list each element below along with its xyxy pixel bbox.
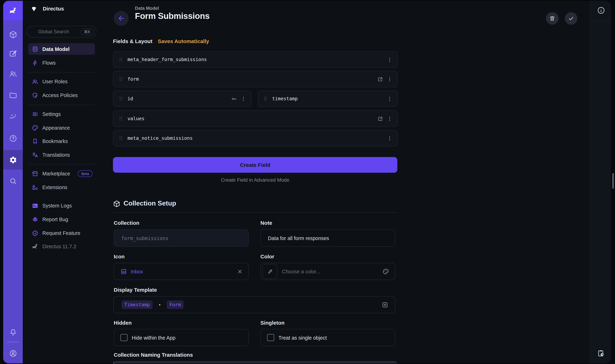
module-search[interactable] <box>3 171 23 190</box>
translate-icon <box>32 151 38 158</box>
sidebar-item-label: Data Model <box>42 46 69 52</box>
shapes-icon <box>32 184 38 190</box>
module-content[interactable] <box>3 25 23 44</box>
module-logo[interactable] <box>3 1 23 20</box>
palette-icon[interactable] <box>382 268 389 275</box>
window-scrollbar-thumb[interactable] <box>612 173 614 189</box>
kebab-menu-icon[interactable] <box>387 57 392 63</box>
help-circle-icon <box>9 134 17 142</box>
sidebar-item-label: Appearance <box>42 125 70 130</box>
template-chip[interactable]: Form <box>167 300 183 309</box>
eyedropper-icon <box>267 268 273 274</box>
sidebar-item-marketplace[interactable]: Marketplace Beta <box>28 168 95 179</box>
drag-handle-icon[interactable] <box>263 96 268 102</box>
project-header[interactable]: Directus <box>31 6 64 12</box>
info-sidebar-button[interactable] <box>597 6 605 14</box>
sidebar-item-system-logs[interactable]: System Logs <box>28 200 95 211</box>
right-sidebar <box>590 1 611 363</box>
sidebar-item-request-feature[interactable]: Request Feature <box>28 227 95 239</box>
rabbit-icon <box>32 243 38 249</box>
add-box-icon[interactable] <box>382 301 388 308</box>
collection-label: Collection <box>114 220 140 226</box>
project-name: Directus <box>43 6 64 12</box>
bell-icon <box>9 328 17 336</box>
open-in-new-icon[interactable] <box>377 116 383 122</box>
module-editor[interactable] <box>3 44 23 63</box>
module-help[interactable] <box>3 129 23 148</box>
create-field-button[interactable]: Create Field <box>113 157 397 173</box>
gem-icon <box>31 6 37 12</box>
module-insights[interactable] <box>3 107 23 126</box>
field-row[interactable]: form <box>113 71 398 87</box>
field-row[interactable]: id <box>113 91 251 107</box>
collection-input[interactable]: form_submissions <box>114 230 249 247</box>
note-input[interactable]: Data for all form responses <box>260 230 395 247</box>
sidebar-item-label: Flows <box>42 60 56 65</box>
arrow-left-icon <box>117 14 125 22</box>
kebab-menu-icon[interactable] <box>240 96 246 102</box>
create-field-advanced-link[interactable]: Create Field in Advanced Mode <box>113 177 397 183</box>
kebab-menu-icon[interactable] <box>387 76 392 82</box>
field-row[interactable]: meta_notice_submissions <box>113 130 398 146</box>
field-row[interactable]: meta_header_form_submissions <box>113 51 398 68</box>
breadcrumb[interactable]: Data Model <box>135 6 159 11</box>
bug-icon <box>32 216 38 223</box>
global-search-input[interactable]: Global Search ⌘K <box>27 26 97 38</box>
singleton-field: Treat as single object <box>260 329 395 346</box>
note-value: Data for all form responses <box>268 235 329 241</box>
box-icon <box>9 30 17 39</box>
sidebar-item-extensions[interactable]: Extensions <box>28 181 95 193</box>
kebab-menu-icon[interactable] <box>387 96 392 102</box>
translations-interface-partial[interactable] <box>113 361 397 363</box>
insights-icon <box>9 113 17 121</box>
module-settings[interactable] <box>3 150 23 169</box>
delete-button[interactable] <box>546 12 559 25</box>
back-button[interactable] <box>114 11 129 26</box>
drag-handle-icon[interactable] <box>118 76 124 82</box>
magnifier-icon <box>9 177 17 185</box>
activity-sidebar-button[interactable] <box>597 349 605 357</box>
module-files[interactable] <box>3 86 23 105</box>
field-name: values <box>127 116 144 121</box>
drag-handle-icon[interactable] <box>118 96 124 102</box>
singleton-label: Singleton <box>260 320 284 326</box>
template-separator: • <box>159 302 161 307</box>
sidebar-item-appearance[interactable]: Appearance <box>28 122 95 134</box>
eyedropper-button[interactable] <box>262 264 277 279</box>
sidebar-item-settings[interactable]: Settings <box>28 108 95 120</box>
kebab-menu-icon[interactable] <box>387 135 392 141</box>
drag-handle-icon[interactable] <box>118 116 124 121</box>
color-input[interactable]: Choose a color... <box>260 263 395 280</box>
palette-icon <box>32 124 38 131</box>
account-circle-icon <box>9 349 17 357</box>
template-chip[interactable]: Timestamp <box>122 300 153 309</box>
field-row[interactable]: timestamp <box>258 91 398 107</box>
singleton-checkbox[interactable] <box>267 334 274 341</box>
bolt-icon <box>32 59 38 66</box>
version-label: Directus 11.7.2 <box>42 243 76 249</box>
module-users[interactable] <box>3 64 23 83</box>
field-name: timestamp <box>272 96 298 102</box>
open-in-new-icon[interactable] <box>377 76 383 82</box>
sidebar-item-data-model[interactable]: Data Model <box>28 43 95 55</box>
drag-handle-icon[interactable] <box>118 57 124 62</box>
sidebar-item-user-roles[interactable]: User Roles <box>28 76 95 87</box>
sidebar-item-report-bug[interactable]: Report Bug <box>28 213 95 225</box>
save-button[interactable] <box>565 12 577 25</box>
close-icon[interactable] <box>237 268 243 274</box>
module-notifications[interactable] <box>3 323 23 342</box>
section-divider <box>113 212 398 213</box>
field-row[interactable]: values <box>113 110 398 127</box>
verified-badge-icon <box>32 230 38 236</box>
sidebar-item-bookmarks[interactable]: Bookmarks <box>28 135 95 147</box>
module-account[interactable] <box>3 344 23 363</box>
sidebar-item-access-policies[interactable]: Access Policies <box>28 89 95 101</box>
hidden-checkbox[interactable] <box>120 334 127 341</box>
icon-input[interactable]: Inbox <box>114 263 249 280</box>
sidebar-item-translations[interactable]: Translations <box>28 149 95 161</box>
nav-divider <box>28 72 95 72</box>
kebab-menu-icon[interactable] <box>387 116 392 122</box>
display-template-input[interactable]: Timestamp • Form <box>113 296 395 313</box>
sidebar-item-flows[interactable]: Flows <box>28 57 95 69</box>
drag-handle-icon[interactable] <box>118 136 124 141</box>
